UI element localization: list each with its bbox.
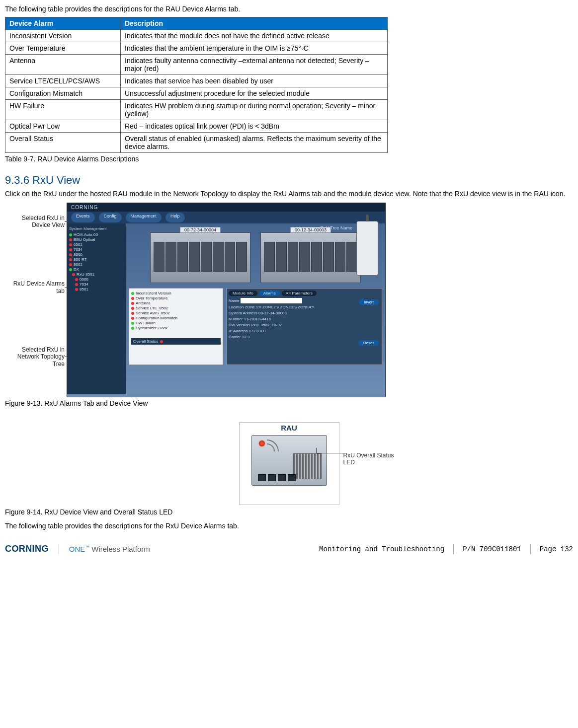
rack-device[interactable]: 00-72-34-00004 bbox=[150, 232, 250, 283]
alarm-row: HW Failure bbox=[131, 321, 221, 325]
callout-line bbox=[317, 453, 343, 453]
status-led-icon bbox=[69, 263, 72, 266]
tree-node[interactable]: RxU-8501 bbox=[72, 272, 124, 277]
app-brand: CORNING bbox=[67, 203, 385, 212]
alarm-row: Service LTE_8502 bbox=[131, 306, 221, 310]
tab-module-info[interactable]: Module Info bbox=[229, 291, 257, 296]
rack-label: 00-72-34-00004 bbox=[180, 227, 221, 233]
overall-status-label: Overall Status bbox=[133, 339, 158, 344]
tree-node[interactable]: DX bbox=[69, 267, 124, 272]
table-row: Service LTE/CELL/PCS/AWSIndicates that s… bbox=[5, 75, 388, 87]
cell: Inconsistent Version bbox=[5, 30, 121, 42]
cell: Overall Status bbox=[5, 133, 121, 153]
app-menu: Events Config Management Help bbox=[67, 212, 385, 223]
tree-node[interactable]: 7034 bbox=[75, 282, 124, 287]
cell: Optical Pwr Low bbox=[5, 120, 121, 133]
tree-node[interactable]: HCM-Auto-00 bbox=[69, 232, 124, 237]
field-value: 11-20303-4418 bbox=[244, 317, 271, 321]
figure-9-14: RAU RxU Overall Status LED bbox=[5, 422, 573, 505]
invert-button[interactable]: Invert bbox=[359, 299, 379, 305]
tree-node[interactable]: 8000 bbox=[69, 252, 124, 257]
rack-device[interactable]: 00-12-34-00003 bbox=[260, 232, 361, 283]
tree-node-label: DX bbox=[74, 267, 79, 272]
tab-alarms[interactable]: Alarms bbox=[259, 291, 280, 296]
field-value: ZONE1:\\ ZONE2:\\ ZONE3:\\ ZONE4:\\ bbox=[245, 305, 314, 309]
cell: Indicates that service has been disabled… bbox=[121, 75, 388, 87]
cell: Over Temperature bbox=[5, 42, 121, 55]
alarm-label: Service LTE_8502 bbox=[136, 306, 168, 310]
rau-title: RAU bbox=[240, 424, 339, 432]
cell: Indicates that the ambient temperature i… bbox=[121, 42, 388, 55]
alarm-label: Antenna bbox=[136, 301, 151, 305]
cell: Unsuccessful adjustment procedure for th… bbox=[121, 87, 388, 100]
status-led-icon bbox=[131, 317, 134, 320]
alarm-label: Over Temperature bbox=[136, 296, 167, 300]
menu-tab[interactable]: Management bbox=[126, 213, 162, 222]
status-led-icon bbox=[69, 248, 72, 251]
field-value: 00-12-34-00003 bbox=[258, 311, 287, 315]
tree-node-label: 8501 bbox=[80, 287, 88, 291]
menu-tab[interactable]: Events bbox=[71, 213, 95, 222]
antenna-icon bbox=[356, 221, 378, 276]
menu-tab[interactable]: Config bbox=[99, 213, 122, 222]
callout-selected-rxu-topology: Selected RxU in Network Topology Tree bbox=[5, 346, 65, 367]
section-paragraph: Click on the RxU under the hosted RAU mo… bbox=[5, 190, 573, 198]
field-value: 12.3 bbox=[242, 335, 250, 339]
cell: Service LTE/CELL/PCS/AWS bbox=[5, 75, 121, 87]
tab-rf-parameters[interactable]: RF Parameters bbox=[282, 291, 317, 296]
reset-button[interactable]: Reset bbox=[358, 340, 379, 346]
overall-status-row: Overall Status bbox=[131, 338, 221, 345]
cell: Indicates that the module does not have … bbox=[121, 30, 388, 42]
rau-device-icon bbox=[251, 435, 327, 486]
cell: Indicates faulty antenna connectivity –e… bbox=[121, 55, 388, 75]
tree-node[interactable]: 800-RT bbox=[69, 257, 124, 262]
table-row: HW FailureIndicates HW problem during st… bbox=[5, 100, 388, 120]
field-label: Number bbox=[229, 317, 243, 321]
footer-one: ONE bbox=[69, 545, 85, 553]
vent-icon bbox=[293, 453, 322, 479]
field-label: System Address bbox=[229, 311, 257, 315]
tree-node[interactable]: 0000 bbox=[75, 277, 124, 282]
menu-tab[interactable]: Help bbox=[165, 213, 185, 222]
alarm-row: Antenna bbox=[131, 301, 221, 305]
alarm-row: Configuration Mismatch bbox=[131, 316, 221, 320]
page-footer: CORNING ONE™ Wireless Platform Monitorin… bbox=[5, 544, 573, 554]
status-led-icon bbox=[131, 307, 134, 310]
alarm-row: Synthesizer Clock bbox=[131, 326, 221, 330]
status-led-icon bbox=[69, 258, 72, 261]
tree-node[interactable]: 7034 bbox=[69, 247, 124, 252]
tree-node-label: RxU-8501 bbox=[77, 272, 94, 277]
footer-platform: Wireless Platform bbox=[91, 545, 150, 553]
status-led-icon bbox=[69, 253, 72, 256]
tree-node[interactable]: 8001 bbox=[69, 262, 124, 267]
table-row: Inconsistent VersionIndicates that the m… bbox=[5, 30, 388, 42]
alarm-label: Synthesizer Clock bbox=[136, 326, 167, 330]
network-topology-tree[interactable]: System Management HCM-Auto-00 BBU Optica… bbox=[67, 223, 126, 394]
name-input[interactable] bbox=[241, 298, 302, 303]
ports-icon bbox=[258, 474, 296, 481]
tree-node[interactable]: BBU Optical bbox=[69, 237, 124, 242]
figure-9-13: Selected RxU in Device View RxU Device A… bbox=[5, 203, 573, 397]
footer-pn: P/N 709C011801 bbox=[463, 545, 521, 553]
cell: Indicates HW problem during startup or d… bbox=[121, 100, 388, 120]
alarm-label: HW Failure bbox=[136, 321, 156, 325]
th-description: Description bbox=[121, 17, 388, 30]
alarm-row: Over Temperature bbox=[131, 296, 221, 300]
field-label: IP Address bbox=[229, 329, 248, 333]
section-heading: 9.3.6 RxU View bbox=[5, 174, 573, 187]
tree-heading: System Management bbox=[69, 226, 124, 231]
alarm-table: Device Alarm Description Inconsistent Ve… bbox=[5, 17, 388, 153]
tree-node-label: 7034 bbox=[74, 247, 83, 252]
tree-node[interactable]: 8501 bbox=[75, 287, 124, 291]
figure-9-14-caption: Figure 9-14. RxU Device View and Overall… bbox=[5, 508, 573, 516]
alarm-row: Inconsistent Version bbox=[131, 291, 221, 295]
tree-node-label: 7034 bbox=[80, 282, 88, 287]
figure-9-13-caption: Figure 9-13. RxU Alarms Tab and Device V… bbox=[5, 399, 573, 407]
status-led-icon bbox=[131, 312, 134, 315]
cell: Overall status of enabled (unmasked) ala… bbox=[121, 133, 388, 153]
table-row: AntennaIndicates faulty antenna connecti… bbox=[5, 55, 388, 75]
alarm-label: Service AWS_8502 bbox=[136, 311, 170, 315]
tree-node[interactable]: 6501 bbox=[69, 242, 124, 247]
table-row: Configuration MismatchUnsuccessful adjus… bbox=[5, 87, 388, 100]
status-led-icon bbox=[69, 233, 72, 236]
